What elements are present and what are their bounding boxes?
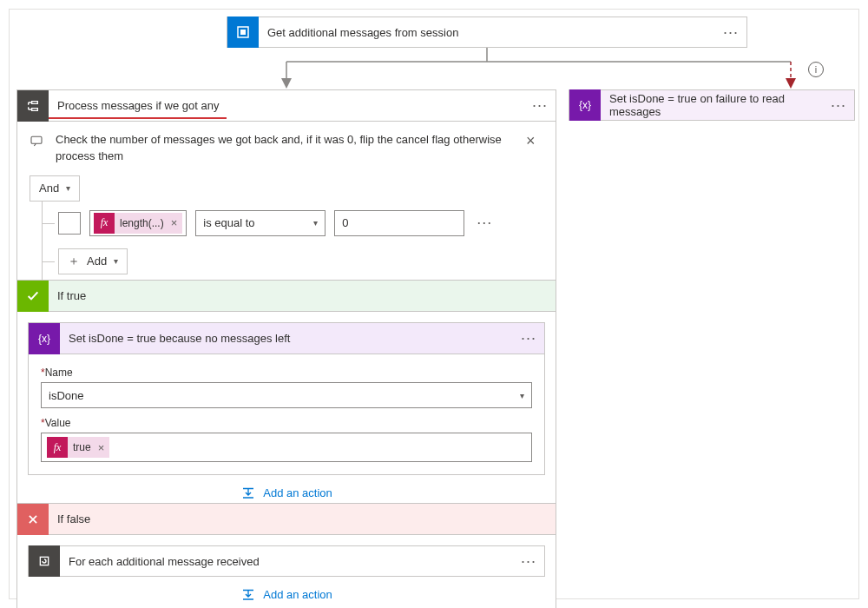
condition-group: And ▾ fx length(...) × <box>30 175 543 280</box>
cross-icon <box>17 504 49 535</box>
chevron-down-icon: ▾ <box>66 183 70 193</box>
expression-text: true <box>73 441 91 453</box>
variable-icon: {x} <box>29 323 60 354</box>
expression-token[interactable]: fx length(...) × <box>94 213 182 234</box>
chevron-down-icon: ▾ <box>520 391 524 400</box>
variable-name-dropdown[interactable]: isDone ▾ <box>41 382 532 408</box>
row-select-checkbox[interactable] <box>58 212 81 235</box>
if-true-branch: If true {x} Set isDone = true because no… <box>16 280 556 521</box>
if-false-label: If false <box>49 512 556 525</box>
scope-card-get-additional-messages[interactable]: Get additional messages from session ··· <box>227 17 747 48</box>
token-remove-button[interactable]: × <box>96 441 105 454</box>
name-field-label: *Name <box>41 367 532 379</box>
fx-icon: fx <box>94 213 115 234</box>
expression-text: length(...) <box>120 217 164 229</box>
condition-row: fx length(...) × is equal to ▾ 0 · <box>43 210 543 236</box>
variable-name-value: isDone <box>49 389 83 402</box>
set-variable-header[interactable]: {x} Set isDone = true because no message… <box>29 323 544 354</box>
condition-right-operand[interactable]: 0 <box>334 210 464 236</box>
fx-icon: fx <box>47 437 68 458</box>
condition-operator-dropdown[interactable]: is equal to ▾ <box>195 210 326 236</box>
if-false-header[interactable]: If false <box>17 504 556 535</box>
add-label: Add <box>87 254 107 268</box>
add-action-icon <box>240 485 256 500</box>
condition-comment-text: Check the number of messages we got back… <box>56 132 517 165</box>
if-true-header[interactable]: If true <box>17 281 556 312</box>
condition-header[interactable]: Process messages if we got any ··· <box>17 90 556 122</box>
condition-title-text: Process messages if we got any <box>57 99 219 112</box>
plus-icon: ＋ <box>68 254 80 269</box>
add-condition-row: ＋ Add ▾ <box>43 248 543 274</box>
condition-icon <box>17 90 49 122</box>
group-mode-dropdown[interactable]: And ▾ <box>30 175 80 202</box>
svg-rect-2 <box>31 136 42 143</box>
compare-value-text: 0 <box>342 216 348 229</box>
if-false-branch: If false For each additional message rec… <box>16 503 556 608</box>
foreach-icon <box>29 545 60 577</box>
svg-rect-1 <box>241 30 246 35</box>
chevron-down-icon: ▾ <box>313 218 318 228</box>
flow-canvas: i Get additional messages from session ·… <box>9 9 859 599</box>
operator-label: is equal to <box>203 216 254 229</box>
scope-icon <box>227 17 259 48</box>
condition-comment-row: Check the number of messages we got back… <box>30 132 543 165</box>
value-field-label: *Value <box>41 417 532 429</box>
add-action-label: Add an action <box>263 588 332 601</box>
foreach-menu-button[interactable]: ··· <box>513 546 544 576</box>
foreach-card[interactable]: For each additional message received ··· <box>28 545 545 577</box>
group-mode-label: And <box>39 182 59 195</box>
variable-icon: {x} <box>569 89 601 121</box>
comment-close-button[interactable]: × <box>526 132 543 150</box>
expression-token[interactable]: fx true × <box>47 437 109 458</box>
if-true-label: If true <box>49 289 556 302</box>
set-variable-title: Set isDone = true on failure to read mes… <box>601 92 823 118</box>
set-variable-inner-title: Set isDone = true because no messages le… <box>60 332 513 345</box>
set-variable-inner-menu[interactable]: ··· <box>513 324 544 354</box>
set-variable-card-failure[interactable]: {x} Set isDone = true on failure to read… <box>569 89 855 121</box>
condition-left-operand[interactable]: fx length(...) × <box>89 210 187 236</box>
spellcheck-underline <box>49 117 227 119</box>
add-action-icon <box>240 586 256 602</box>
foreach-title: For each additional message received <box>60 555 513 568</box>
token-remove-button[interactable]: × <box>169 216 178 229</box>
scope-menu-button[interactable]: ··· <box>715 17 746 47</box>
scope-title: Get additional messages from session <box>259 26 715 39</box>
comment-icon <box>30 134 47 150</box>
add-action-label: Add an action <box>263 486 332 499</box>
condition-row-menu[interactable]: ··· <box>473 214 496 232</box>
variable-value-input[interactable]: fx true × <box>41 433 532 462</box>
set-variable-card-no-messages: {x} Set isDone = true because no message… <box>28 322 545 475</box>
condition-card: Process messages if we got any ··· Check… <box>16 89 556 296</box>
checkmark-icon <box>17 281 49 312</box>
svg-rect-3 <box>40 557 48 565</box>
set-variable-menu-button[interactable]: ··· <box>823 90 854 120</box>
chevron-down-icon: ▾ <box>114 256 118 266</box>
condition-title: Process messages if we got any <box>49 99 524 112</box>
add-condition-button[interactable]: ＋ Add ▾ <box>58 248 128 274</box>
run-after-info-icon[interactable]: i <box>808 62 824 77</box>
add-action-button-false[interactable]: Add an action <box>28 577 545 608</box>
condition-menu-button[interactable]: ··· <box>524 91 556 121</box>
